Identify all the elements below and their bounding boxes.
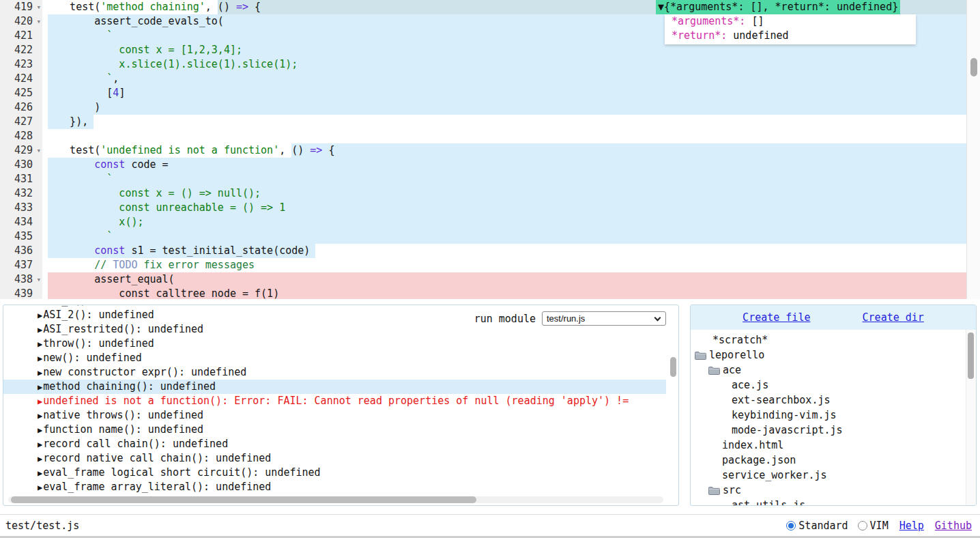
file-tree-file[interactable]: index.html: [691, 438, 976, 453]
file-tree-file[interactable]: ext-searchbox.js: [691, 393, 976, 408]
expand-arrow-icon[interactable]: ▶: [38, 411, 42, 421]
expand-arrow-icon[interactable]: ▶: [38, 468, 42, 478]
line-number[interactable]: 432: [0, 186, 42, 201]
expand-arrow-icon[interactable]: ▶: [38, 311, 42, 320]
call-result-item[interactable]: ▶new(): undefined: [3, 351, 666, 365]
github-link[interactable]: Github: [935, 520, 972, 532]
code-line[interactable]: 423 x.slice(1).slice(1).slice(1);: [0, 57, 980, 72]
code-line[interactable]: 428: [0, 129, 980, 143]
keybinding-option-standard[interactable]: Standard: [786, 520, 848, 532]
file-tree-file[interactable]: mode-javascript.js: [691, 423, 976, 438]
expand-arrow-icon[interactable]: ▶: [38, 325, 42, 335]
line-number[interactable]: 433: [0, 201, 42, 215]
results-horizontal-scrollbar-thumb[interactable]: [11, 496, 476, 503]
create-file-button[interactable]: Create file: [743, 311, 810, 324]
line-number[interactable]: 420▾: [0, 14, 42, 29]
expand-arrow-icon[interactable]: ▶: [38, 397, 42, 406]
inspector-entry[interactable]: *return*: undefined: [665, 29, 916, 43]
line-number[interactable]: 425: [0, 86, 42, 100]
code-line[interactable]: 436 const s1 = test_initial_state(code): [0, 244, 980, 258]
code-line[interactable]: 422 const x = [1,2,3,4];: [0, 43, 980, 57]
code-line[interactable]: 439 const calltree_node = f(1): [0, 287, 980, 299]
code-line[interactable]: 434 x();: [0, 215, 980, 229]
line-number[interactable]: 427: [0, 115, 42, 129]
code-line[interactable]: 427 }),: [0, 115, 980, 129]
expand-arrow-icon[interactable]: ▶: [38, 305, 42, 306]
call-result-item[interactable]: ▶method chaining(): undefined: [3, 380, 666, 394]
call-result-item[interactable]: ▶record call chain(): undefined: [3, 437, 666, 451]
line-number[interactable]: 439: [0, 287, 42, 299]
line-number[interactable]: 430: [0, 158, 42, 172]
line-number[interactable]: 421: [0, 29, 42, 43]
code-line[interactable]: 433 const unreachable = () => 1: [0, 201, 980, 215]
expand-arrow-icon[interactable]: ▶: [38, 440, 42, 449]
line-number[interactable]: 426: [0, 100, 42, 115]
call-result-item[interactable]: ▶undefined is not a function(): Error: F…: [3, 394, 666, 408]
line-number[interactable]: 429▾: [0, 143, 42, 158]
file-tree-folder[interactable]: leporello: [691, 348, 976, 363]
file-tree-folder[interactable]: src: [691, 483, 976, 498]
fold-arrow-icon[interactable]: ▾: [36, 14, 41, 29]
code-line[interactable]: 425 [4]: [0, 86, 980, 100]
code-line[interactable]: 424 `,: [0, 72, 980, 86]
line-number[interactable]: 435: [0, 229, 42, 244]
code-line[interactable]: 437 // TODO fix error messages: [0, 258, 980, 272]
create-dir-button[interactable]: Create dir: [863, 311, 924, 324]
file-tree-scrollbar-thumb[interactable]: [968, 332, 974, 379]
code-line[interactable]: 429▾ test('undefined is not a function',…: [0, 143, 980, 158]
fold-arrow-icon[interactable]: ▾: [36, 143, 41, 158]
file-tree-file[interactable]: ast_utils.js: [691, 498, 976, 506]
line-number[interactable]: 419▾: [0, 0, 42, 14]
file-tree-file[interactable]: service_worker.js: [691, 468, 976, 483]
inspector-entry[interactable]: *arguments*: []: [665, 14, 916, 29]
expand-arrow-icon[interactable]: ▶: [38, 483, 42, 492]
line-number[interactable]: 438▾: [0, 272, 42, 287]
expand-arrow-icon[interactable]: ▶: [38, 339, 42, 349]
expand-arrow-icon[interactable]: ▶: [38, 454, 42, 464]
inspector-key: *return*:: [672, 29, 727, 42]
line-number[interactable]: 424: [0, 72, 42, 86]
file-tree-file[interactable]: keybinding-vim.js: [691, 408, 976, 423]
code-line[interactable]: 438▾ assert_equal(: [0, 272, 980, 287]
expand-arrow-icon[interactable]: ▶: [38, 425, 42, 435]
expand-arrow-icon[interactable]: ▶: [38, 368, 42, 378]
results-vertical-scrollbar-thumb[interactable]: [670, 357, 676, 377]
call-result-item[interactable]: ▶new constructor expr(): undefined: [3, 365, 666, 380]
line-number[interactable]: 423: [0, 57, 42, 72]
results-horizontal-scrollbar[interactable]: [8, 496, 663, 503]
expand-arrow-icon[interactable]: ▶: [38, 382, 42, 392]
call-result-item[interactable]: ▶eval_frame logical short circuit(): und…: [3, 466, 666, 480]
line-number[interactable]: 431: [0, 172, 42, 186]
file-tree-file[interactable]: *scratch*: [691, 332, 976, 348]
code-line[interactable]: 435 `: [0, 229, 980, 244]
fold-arrow-icon[interactable]: ▾: [36, 0, 41, 14]
editor-vertical-scrollbar[interactable]: [966, 0, 980, 299]
radio-button[interactable]: [858, 521, 867, 530]
editor-scrollbar-thumb[interactable]: [970, 58, 977, 76]
file-tree-folder[interactable]: ace: [691, 363, 976, 378]
radio-button[interactable]: [786, 521, 796, 530]
line-number[interactable]: 422: [0, 43, 42, 57]
call-result-item[interactable]: ▶throw(): undefined: [3, 337, 666, 351]
line-number[interactable]: 437: [0, 258, 42, 272]
code-line[interactable]: 432 const x = () => null();: [0, 186, 980, 201]
line-number[interactable]: 434: [0, 215, 42, 229]
fold-arrow-icon[interactable]: ▾: [36, 272, 41, 287]
call-result-item[interactable]: ▶function name(): undefined: [3, 423, 666, 437]
keybinding-option-vim[interactable]: VIM: [858, 520, 889, 532]
line-number[interactable]: 428: [0, 129, 42, 143]
call-result-item[interactable]: ▶eval_frame array_literal(): undefined: [3, 480, 666, 494]
value-inspector-header[interactable]: ▼{*arguments*: [], *return*: undefined}: [656, 0, 900, 14]
code-line[interactable]: 426 ): [0, 100, 980, 115]
folder-icon: [695, 351, 706, 360]
file-tree-file[interactable]: ace.js: [691, 378, 976, 393]
line-number[interactable]: 436: [0, 244, 42, 258]
file-tree-file[interactable]: package.json: [691, 453, 976, 468]
code-line[interactable]: 430 const code =: [0, 158, 980, 172]
call-result-item[interactable]: ▶native throws(): undefined: [3, 408, 666, 423]
expand-arrow-icon[interactable]: ▶: [38, 354, 42, 363]
help-link[interactable]: Help: [899, 520, 924, 532]
run-module-select[interactable]: test/run.js: [542, 311, 666, 326]
call-result-item[interactable]: ▶record native call chain(): undefined: [3, 451, 666, 466]
code-line[interactable]: 431 `: [0, 172, 980, 186]
